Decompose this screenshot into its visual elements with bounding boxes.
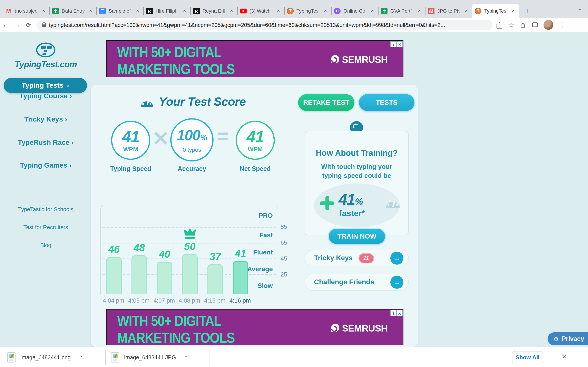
tab-close-icon[interactable]: ✕ [416, 8, 422, 13]
ad-banner-top[interactable]: WITH 50+ DIGITALMARKETING TOOLS SEMRUSH … [106, 40, 403, 77]
ad-headline: WITH 50+ DIGITALMARKETING TOOLS [117, 44, 234, 77]
browser-tab-2[interactable]: Data Entry✕ [49, 4, 96, 18]
browser-tab-3[interactable]: Sample of✕ [96, 4, 143, 18]
menu-kebab-icon[interactable]: ⋮ [559, 21, 565, 29]
y-tick-45: 45 [281, 256, 287, 262]
profile-avatar[interactable] [544, 20, 553, 30]
accuracy-label: Accuracy [163, 165, 221, 173]
extensions-puzzle-icon[interactable] [520, 22, 527, 28]
side-panel-icon[interactable] [532, 22, 538, 27]
tt-favicon-icon: T [475, 8, 481, 14]
downloads-close-icon[interactable]: ✕ [562, 353, 567, 360]
zone-label-fluent: Fluent [253, 249, 273, 256]
retake-test-button[interactable]: RETAKE TEST [298, 94, 355, 111]
chevron-right-icon: › [67, 81, 69, 90]
download-item[interactable]: image_6483441.JPG ⌃ [111, 347, 188, 367]
sidebar-item-typing-tests[interactable]: Typing Tests› [4, 78, 87, 93]
forward-button[interactable]: → [11, 21, 23, 29]
tab-search-chevron-icon[interactable]: ⌄ [578, 6, 582, 11]
y-tick-85: 85 [281, 224, 287, 230]
sidebar-item-typing-games[interactable]: Typing Games › [0, 161, 91, 170]
tab-close-icon[interactable]: ✕ [510, 8, 516, 13]
new-tab-button[interactable]: + [521, 5, 533, 17]
chevron-up-icon[interactable]: ⌃ [184, 355, 188, 360]
tab-title: Hire Filipi [156, 8, 182, 14]
zone-label-average: Average [247, 266, 273, 273]
tab-title: TypingTes [296, 8, 323, 14]
tab-close-icon[interactable]: ✕ [370, 8, 375, 13]
tab-close-icon[interactable]: ✕ [182, 8, 187, 13]
r-favicon-icon: R [193, 8, 200, 14]
typingtest-logo-icon[interactable] [36, 42, 56, 58]
page-content: TypingTest.com Typing Tests› Typing Cour… [0, 32, 588, 347]
tests-button[interactable]: TESTS [359, 94, 415, 111]
challenge-friends-row[interactable]: Challenge Friends → [305, 274, 409, 291]
browser-tab-10[interactable]: JPGPNGJPG to PN✕ [425, 4, 472, 18]
sidebar-item-typing-course[interactable]: Typing Course › [0, 92, 91, 100]
browser-tab-9[interactable]: GVA Portf✕ [378, 4, 425, 18]
bar-4-08-pm [182, 254, 198, 294]
browser-toolbar: ← → ⟳ typingtest.com/result.html?acc=100… [0, 18, 588, 32]
tab-close-icon[interactable]: ✕ [276, 8, 281, 13]
chevron-up-icon[interactable]: ⌃ [79, 355, 82, 360]
gmail-favicon-icon: M [5, 8, 12, 14]
bar-value-label: 37 [201, 251, 229, 263]
browser-tab-4[interactable]: RHire Filipi✕ [143, 4, 190, 18]
arrow-right-icon[interactable]: → [390, 276, 403, 289]
browser-tab-5[interactable]: RReyna Eril✕ [190, 4, 237, 18]
brand-text[interactable]: TypingTest.com [0, 59, 91, 69]
refresh-button[interactable]: ⟳ [23, 21, 34, 29]
download-item[interactable]: image_6483441.png ⌃ [7, 347, 83, 367]
tab-title: GVA Portf [390, 8, 416, 14]
ad-close-icon[interactable]: X [397, 310, 403, 316]
train-now-button[interactable]: TRAIN NOW [329, 229, 385, 244]
tab-close-icon[interactable]: ✕ [323, 8, 328, 13]
tab-close-icon[interactable]: ✕ [88, 8, 94, 13]
sidebar-item-tricky-keys[interactable]: Tricky Keys › [0, 115, 91, 124]
bar-4-04-pm [106, 257, 122, 294]
lock-icon[interactable] [42, 22, 46, 27]
tab-close-icon[interactable]: ✕ [229, 8, 234, 13]
browser-tab-11[interactable]: TTypingTes✕ [472, 4, 519, 18]
url-text[interactable]: typingtest.com/result.html?acc=100&nwpm=… [49, 22, 445, 28]
browser-tab-8[interactable]: UOnline Co✕ [331, 4, 378, 18]
show-all-button[interactable]: Show All [512, 351, 543, 363]
browser-tab-6[interactable]: (3) Watch✕ [237, 4, 284, 18]
ad-close-icon[interactable]: X [397, 41, 403, 47]
back-button[interactable]: ← [0, 21, 11, 29]
tab-close-icon[interactable]: ✕ [463, 8, 469, 13]
bar-4-07-pm [157, 262, 172, 294]
adchoices-info-icon[interactable]: i [390, 310, 397, 316]
browser-tab-7[interactable]: TTypingTes✕ [284, 4, 331, 18]
bookmark-star-icon[interactable]: ☆ [508, 21, 514, 29]
semrush-logo: SEMRUSH [329, 54, 388, 65]
zone-label-slow: Slow [258, 282, 273, 290]
bar-4-16-pm [233, 261, 248, 294]
tab-title: (3) Watch [250, 8, 276, 14]
bar-value-label: 40 [150, 248, 179, 260]
adchoices-info-icon[interactable]: i [390, 41, 397, 47]
bar-value-label: 41 [226, 248, 255, 259]
gear-icon: ⚙ [553, 335, 559, 342]
share-icon[interactable] [497, 22, 502, 28]
sidebar-item-typerush-race[interactable]: TypeRush Race › [0, 139, 91, 147]
tab-title: Reyna Eril [203, 8, 229, 14]
privacy-button[interactable]: ⚙ Privacy [548, 332, 588, 345]
youtube-favicon-icon [240, 8, 247, 13]
arrow-right-icon[interactable]: → [390, 252, 403, 265]
tt-favicon-icon: T [287, 8, 294, 14]
tricky-keys-row[interactable]: Tricky Keys 11 → [305, 250, 409, 266]
bar-4-05-pm [131, 256, 147, 294]
equals-icon: = [217, 124, 229, 148]
address-bar[interactable]: typingtest.com/result.html?acc=100&nwpm=… [37, 20, 493, 30]
ad-banner-bottom[interactable]: WITH 50+ DIGITALMARKETING TOOLS SEMRUSH … [106, 309, 403, 345]
browser-tab-1[interactable]: M(no subjec✕ [2, 4, 49, 18]
sidebar-link-blog[interactable]: Blog [0, 242, 91, 248]
tab-close-icon[interactable]: ✕ [41, 8, 47, 13]
sidebar-link-typetastic-for-schools[interactable]: TypeTastic for Schools [0, 206, 91, 212]
tab-close-icon[interactable]: ✕ [135, 8, 140, 13]
tricky-keys-badge: 11 [358, 253, 374, 263]
score-header: Your Test Score [140, 95, 246, 108]
ad-headline: WITH 50+ DIGITALMARKETING TOOLS [117, 313, 234, 345]
sidebar-link-test-for-recruiters[interactable]: Test for Recruiters [0, 224, 91, 230]
